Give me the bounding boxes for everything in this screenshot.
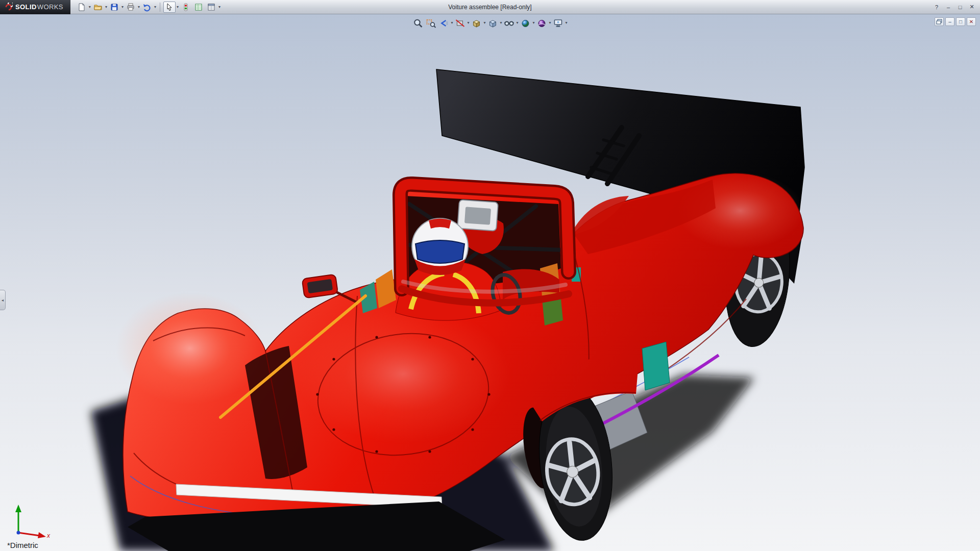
open-document-button[interactable] — [92, 2, 104, 13]
dropdown-caret[interactable]: ▾ — [154, 2, 156, 13]
dropdown-caret[interactable]: ▾ — [483, 17, 485, 29]
title-bar: SOLID WORKS ▾ ▾ — [0, 0, 980, 14]
y-axis-arrow — [15, 505, 21, 512]
side-duct[interactable] — [642, 342, 670, 390]
dropdown-caret[interactable]: ▾ — [566, 17, 568, 29]
dropdown-caret[interactable]: ▾ — [121, 2, 124, 13]
x-axis-label: x — [46, 532, 51, 539]
collapse-arrow: ◄ — [1, 298, 5, 302]
traffic-light-button[interactable] — [180, 2, 192, 13]
view-settings-button[interactable] — [552, 17, 565, 29]
dropdown-caret[interactable]: ▾ — [467, 17, 469, 29]
zoom-to-fit-button[interactable] — [412, 17, 424, 29]
view-orientation-icon — [471, 18, 481, 28]
graphics-viewport[interactable]: ▾ ▾ ▾ — [0, 14, 980, 551]
display-style-button[interactable] — [486, 17, 499, 29]
select-tool-button[interactable] — [163, 2, 176, 13]
window-controls: ? – □ ✕ — [932, 3, 980, 12]
cascade-window-button[interactable] — [935, 17, 944, 26]
apply-scene-icon — [537, 18, 547, 28]
new-document-button[interactable] — [76, 2, 88, 13]
undo-button[interactable] — [141, 2, 153, 13]
design-table-icon — [207, 3, 216, 12]
file-properties-button[interactable] — [192, 2, 205, 13]
solidworks-window: SOLID WORKS ▾ ▾ — [0, 0, 980, 551]
dropdown-caret[interactable]: ▾ — [451, 17, 453, 29]
close-button[interactable]: ✕ — [967, 3, 977, 12]
dropdown-caret[interactable]: ▾ — [517, 17, 519, 29]
main-toolbar: ▾ ▾ ▾ — [70, 2, 221, 13]
print-icon — [126, 3, 135, 12]
view-orientation-button[interactable] — [470, 17, 482, 29]
dropdown-caret[interactable]: ▾ — [138, 2, 140, 13]
heads-up-toolbar: ▾ ▾ ▾ — [412, 17, 568, 29]
doc-minimize-button[interactable]: – — [945, 17, 954, 26]
x-axis-arrow — [38, 532, 46, 538]
zoom-to-fit-icon — [413, 18, 423, 28]
view-settings-icon — [553, 18, 564, 28]
doc-restore-button[interactable]: □ — [956, 17, 965, 26]
dropdown-caret[interactable]: ▾ — [105, 2, 107, 13]
car-model[interactable] — [0, 14, 980, 551]
apply-scene-button[interactable] — [536, 17, 548, 29]
doc-close-button[interactable]: ✕ — [967, 17, 976, 26]
dropdown-caret[interactable]: ▾ — [533, 17, 535, 29]
dropdown-caret[interactable]: ▾ — [218, 2, 220, 13]
edit-appearance-button[interactable] — [520, 17, 532, 29]
file-properties-icon — [194, 3, 203, 12]
new-document-icon — [77, 3, 86, 12]
solidworks-logo: SOLID WORKS — [0, 0, 70, 14]
help-button[interactable]: ? — [932, 3, 942, 12]
brand-text-works: WORKS — [37, 3, 63, 11]
zoom-to-area-icon — [426, 18, 436, 28]
driver-helmet[interactable] — [412, 218, 468, 275]
featuremanager-collapsed-tab[interactable]: ◄ — [0, 290, 6, 310]
cascade-window-icon — [936, 19, 942, 24]
intake-box — [457, 199, 498, 231]
side-mirror[interactable] — [302, 274, 357, 303]
dropdown-caret[interactable]: ▾ — [177, 2, 179, 13]
hide-show-items-icon — [504, 18, 515, 28]
edit-appearance-icon — [521, 18, 531, 28]
zoom-to-area-button[interactable] — [425, 17, 437, 29]
brand-text-solid: SOLID — [15, 3, 37, 11]
previous-view-button[interactable] — [437, 17, 450, 29]
select-arrow-icon — [165, 3, 174, 12]
dropdown-caret[interactable]: ▾ — [549, 17, 551, 29]
design-table-button[interactable] — [205, 2, 217, 13]
orientation-triad: x — [11, 502, 52, 539]
minimize-button[interactable]: – — [943, 3, 953, 12]
traffic-light-icon — [181, 3, 190, 12]
ds-logo-mark-icon — [4, 3, 13, 11]
section-view-icon — [455, 18, 465, 28]
previous-view-icon — [438, 18, 449, 28]
undo-icon — [142, 3, 152, 12]
section-view-button[interactable] — [454, 17, 466, 29]
document-window-controls: – □ ✕ — [935, 17, 976, 26]
dropdown-caret[interactable]: ▾ — [500, 17, 502, 29]
dropdown-caret[interactable]: ▾ — [89, 2, 91, 13]
hide-show-items-button[interactable] — [503, 17, 516, 29]
save-icon — [110, 3, 119, 12]
save-button[interactable] — [108, 2, 120, 13]
maximize-button[interactable]: □ — [955, 3, 965, 12]
view-orientation-label: *Dimetric — [7, 541, 38, 549]
open-folder-icon — [93, 3, 103, 12]
toolbar-separator — [160, 3, 160, 12]
display-style-icon — [487, 18, 498, 28]
helmet-visor — [415, 240, 464, 263]
z-axis-dot — [17, 531, 20, 535]
print-button[interactable] — [125, 2, 137, 13]
